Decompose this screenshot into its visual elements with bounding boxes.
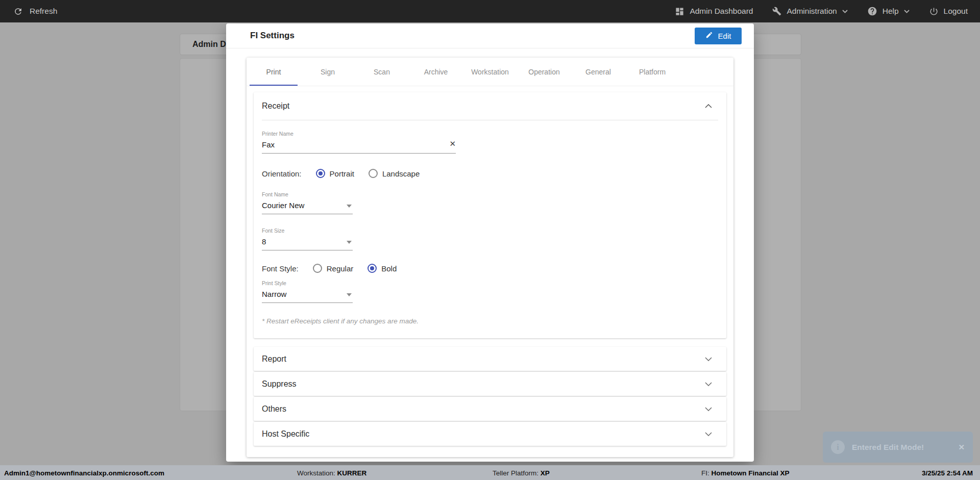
settings-tab-bar: Print Sign Scan Archive Workstation Oper… bbox=[247, 58, 733, 86]
print-style-select[interactable]: Print Style Narrow bbox=[262, 280, 353, 303]
printer-name-value[interactable]: Fax bbox=[262, 137, 456, 154]
others-section-title: Others bbox=[262, 405, 286, 414]
orientation-label: Orientation: bbox=[262, 169, 302, 178]
edit-button[interactable]: Edit bbox=[695, 28, 742, 44]
admin-dashboard-button[interactable]: Admin Dashboard bbox=[675, 7, 753, 16]
radio-selected-icon bbox=[368, 264, 377, 273]
tab-workstation[interactable]: Workstation bbox=[463, 58, 517, 86]
host-specific-section-header[interactable]: Host Specific bbox=[254, 422, 726, 446]
settings-card: Print Sign Scan Archive Workstation Oper… bbox=[247, 58, 733, 457]
tab-operation[interactable]: Operation bbox=[517, 58, 571, 86]
pencil-icon bbox=[705, 31, 713, 40]
font-size-select[interactable]: Font Size 8 bbox=[262, 228, 353, 250]
orientation-row: Orientation: Portrait Landscape bbox=[262, 169, 718, 178]
portrait-label: Portrait bbox=[330, 169, 354, 178]
chevron-down-icon bbox=[842, 10, 848, 13]
wrench-icon bbox=[772, 7, 781, 16]
bold-label: Bold bbox=[381, 264, 397, 273]
tab-platform[interactable]: Platform bbox=[625, 58, 679, 86]
administration-label: Administration bbox=[787, 7, 837, 16]
host-specific-section-title: Host Specific bbox=[262, 430, 309, 439]
refresh-button[interactable]: Refresh bbox=[13, 7, 57, 16]
admin-dashboard-label: Admin Dashboard bbox=[690, 7, 753, 16]
printer-name-field[interactable]: Printer Name Fax ✕ bbox=[262, 131, 456, 154]
regular-label: Regular bbox=[327, 264, 354, 273]
suppress-section-title: Suppress bbox=[262, 380, 297, 389]
chevron-up-icon bbox=[705, 104, 712, 108]
teller-platform-status: Teller Platform: XP bbox=[493, 469, 550, 476]
dashboard-icon bbox=[675, 7, 684, 16]
report-section-title: Report bbox=[262, 355, 286, 364]
tab-archive[interactable]: Archive bbox=[409, 58, 463, 86]
print-style-label: Print Style bbox=[262, 280, 353, 286]
orientation-portrait-radio[interactable]: Portrait bbox=[316, 169, 354, 178]
info-icon: i bbox=[831, 440, 845, 454]
chevron-down-icon bbox=[705, 432, 712, 436]
font-style-label: Font Style: bbox=[262, 264, 299, 273]
fi-status: FI: Hometown Financial XP bbox=[701, 469, 790, 476]
help-label: Help bbox=[883, 7, 899, 16]
chevron-down-icon bbox=[904, 10, 910, 13]
dropdown-arrow-icon bbox=[347, 205, 352, 208]
chevron-down-icon bbox=[705, 357, 712, 361]
toast-close-icon[interactable]: ✕ bbox=[958, 443, 965, 452]
tab-general[interactable]: General bbox=[571, 58, 625, 86]
receipt-section-header[interactable]: Receipt bbox=[254, 92, 726, 120]
datetime-status: 3/25/25 2:54 AM bbox=[922, 469, 973, 476]
logout-label: Logout bbox=[944, 7, 968, 16]
tab-sign[interactable]: Sign bbox=[301, 58, 355, 86]
status-bar: Admin1@hometownfinancialxp.onmicrosoft.c… bbox=[0, 465, 980, 480]
font-size-label: Font Size bbox=[262, 228, 353, 234]
help-menu[interactable]: Help bbox=[867, 6, 910, 16]
font-name-value[interactable]: Courier New bbox=[262, 197, 353, 214]
toast-notification: i Entered Edit Mode! ✕ bbox=[823, 432, 973, 463]
font-style-regular-radio[interactable]: Regular bbox=[313, 264, 354, 273]
receipt-section: Receipt Printer Name Fax ✕ Or bbox=[254, 92, 726, 338]
font-style-row: Font Style: Regular Bold bbox=[262, 264, 718, 273]
fi-settings-dialog: FI Settings Edit Print Sign Scan Archive… bbox=[226, 23, 754, 462]
font-size-value[interactable]: 8 bbox=[262, 234, 353, 250]
tab-print[interactable]: Print bbox=[247, 58, 301, 86]
dialog-header: FI Settings Edit bbox=[226, 23, 754, 48]
report-section-header[interactable]: Report bbox=[254, 347, 726, 371]
radio-unselected-icon bbox=[313, 264, 322, 273]
refresh-label: Refresh bbox=[30, 7, 57, 16]
toast-message: Entered Edit Mode! bbox=[852, 443, 924, 452]
radio-selected-icon bbox=[316, 169, 325, 178]
top-navigation-bar: Refresh Admin Dashboard Administration H… bbox=[0, 0, 980, 22]
radio-unselected-icon bbox=[369, 169, 378, 178]
chevron-down-icon bbox=[705, 407, 712, 411]
restart-note: * Restart eReceipts client if any change… bbox=[262, 317, 718, 325]
printer-name-label: Printer Name bbox=[262, 131, 456, 137]
receipt-section-title: Receipt bbox=[262, 102, 289, 111]
print-style-value[interactable]: Narrow bbox=[262, 286, 353, 303]
landscape-label: Landscape bbox=[382, 169, 420, 178]
font-name-label: Font Name bbox=[262, 191, 353, 197]
font-style-bold-radio[interactable]: Bold bbox=[368, 264, 397, 273]
help-icon bbox=[867, 6, 877, 16]
dialog-title: FI Settings bbox=[250, 31, 295, 41]
orientation-landscape-radio[interactable]: Landscape bbox=[369, 169, 420, 178]
logout-button[interactable]: Logout bbox=[929, 7, 968, 16]
suppress-section-header[interactable]: Suppress bbox=[254, 372, 726, 396]
edit-button-label: Edit bbox=[718, 32, 731, 40]
power-icon bbox=[929, 7, 939, 16]
refresh-icon bbox=[13, 7, 23, 16]
others-section-header[interactable]: Others bbox=[254, 397, 726, 421]
dropdown-arrow-icon bbox=[347, 241, 352, 244]
clear-icon[interactable]: ✕ bbox=[449, 139, 456, 148]
workstation-status: Workstation: KURRER bbox=[297, 469, 366, 476]
logged-in-user: Admin1@hometownfinancialxp.onmicrosoft.c… bbox=[4, 469, 164, 476]
administration-menu[interactable]: Administration bbox=[772, 7, 847, 16]
font-name-select[interactable]: Font Name Courier New bbox=[262, 191, 353, 214]
chevron-down-icon bbox=[705, 382, 712, 386]
dropdown-arrow-icon bbox=[347, 293, 352, 296]
tab-scan[interactable]: Scan bbox=[355, 58, 409, 86]
